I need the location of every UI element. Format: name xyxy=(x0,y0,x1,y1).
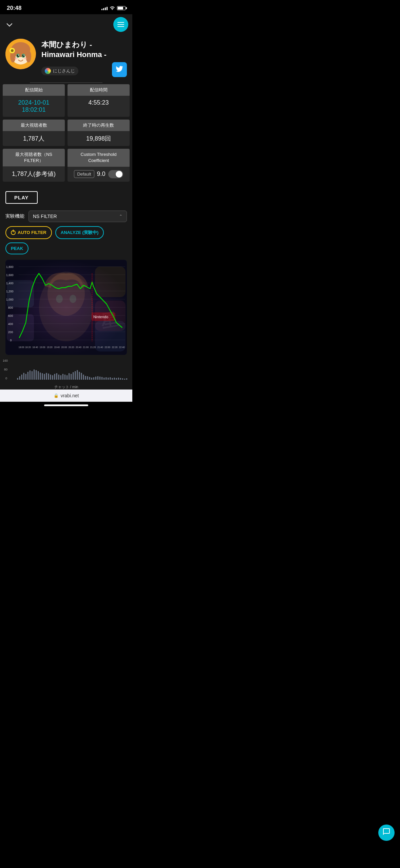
svg-rect-116 xyxy=(118,378,119,380)
svg-rect-98 xyxy=(81,373,82,380)
duration-value: 4:55:23 xyxy=(68,96,130,110)
auto-filter-button[interactable]: AUTO FILTER xyxy=(5,226,52,239)
org-badge: にじさんじ xyxy=(41,67,78,75)
exp-section: 実験機能 NS FILTER ⌃ AUTO FILTER ANALYZE (実験… xyxy=(0,208,132,258)
svg-rect-92 xyxy=(69,373,70,380)
svg-text:19:40: 19:40 xyxy=(54,346,60,348)
svg-text:21:00: 21:00 xyxy=(83,346,89,348)
svg-rect-67 xyxy=(17,378,18,380)
chat-chart-section: 160 80 0 xyxy=(0,356,132,390)
filter-select[interactable]: NS FILTER ⌃ xyxy=(28,211,127,222)
svg-text:800: 800 xyxy=(8,306,13,309)
svg-text:19:20: 19:20 xyxy=(47,346,53,348)
svg-text:1,000: 1,000 xyxy=(6,297,14,301)
stats-row-3: 最大視聴者数（NS FILTER） 1,787人(参考値) Custom Thr… xyxy=(3,149,130,181)
svg-rect-86 xyxy=(56,373,57,380)
chevron-icon: ⌃ xyxy=(119,214,122,219)
end-views-label: 終了時の再生数 xyxy=(68,120,130,131)
svg-rect-112 xyxy=(110,377,111,380)
svg-rect-81 xyxy=(46,373,47,380)
twitter-button[interactable] xyxy=(112,62,127,77)
svg-rect-93 xyxy=(71,374,72,380)
threshold-value-container: Default 9.0 xyxy=(68,167,130,182)
svg-rect-71 xyxy=(25,374,26,380)
svg-rect-117 xyxy=(120,378,121,380)
svg-text:21:20: 21:20 xyxy=(90,346,96,348)
exp-label: 実験機能 xyxy=(5,213,24,219)
org-name: にじさんじ xyxy=(53,68,75,74)
svg-rect-78 xyxy=(40,373,41,380)
chart-overlay: 1,800 1,600 1,400 1,200 1,000 800 600 40… xyxy=(5,260,127,355)
svg-rect-79 xyxy=(42,373,43,380)
stats-grid: 配信開始 2024-10-01 18:02:01 配信時間 4:55:23 最大… xyxy=(0,84,132,187)
svg-rect-101 xyxy=(87,376,88,380)
svg-rect-74 xyxy=(32,371,33,380)
svg-rect-94 xyxy=(73,372,74,380)
profile-info: 本間ひまわり - Himawari Honma - にじさんじ xyxy=(41,39,127,77)
chat-per-min-label: チャット / min xyxy=(3,383,130,390)
svg-rect-87 xyxy=(58,375,59,380)
svg-rect-77 xyxy=(38,371,39,380)
peak-button[interactable]: PEAK xyxy=(5,242,28,254)
svg-text:22:40: 22:40 xyxy=(119,346,125,348)
svg-text:19:00: 19:00 xyxy=(40,346,45,348)
svg-text:0: 0 xyxy=(5,377,7,380)
duration-card: 配信時間 4:55:23 xyxy=(68,84,130,117)
svg-point-10 xyxy=(23,55,24,56)
max-viewers-ns-value: 1,787人(参考値) xyxy=(3,166,65,181)
max-viewers-label: 最大視聴者数 xyxy=(3,120,65,131)
svg-text:1,800: 1,800 xyxy=(6,265,14,268)
home-bar xyxy=(44,404,88,406)
svg-text:1,400: 1,400 xyxy=(6,281,14,285)
svg-rect-104 xyxy=(93,377,94,380)
back-button[interactable] xyxy=(4,18,16,31)
svg-text:22:20: 22:20 xyxy=(112,346,117,348)
svg-point-12 xyxy=(11,49,14,52)
svg-rect-111 xyxy=(108,378,109,380)
svg-text:21:40: 21:40 xyxy=(97,346,103,348)
svg-point-14 xyxy=(24,57,27,59)
svg-point-4 xyxy=(26,50,31,62)
svg-text:18:40: 18:40 xyxy=(32,346,38,348)
chart-section: 星 Nintendo 1,800 xyxy=(0,258,132,356)
svg-rect-110 xyxy=(106,377,107,380)
menu-button[interactable] xyxy=(113,17,128,32)
analyze-button[interactable]: ANALYZE (実験中) xyxy=(55,226,104,239)
svg-rect-114 xyxy=(114,378,115,380)
svg-rect-106 xyxy=(97,376,98,380)
play-button[interactable]: PLAY xyxy=(5,191,38,204)
svg-text:200: 200 xyxy=(8,330,13,333)
svg-text:160: 160 xyxy=(3,359,8,362)
chevron-down-icon xyxy=(6,21,12,26)
viewer-chart-line xyxy=(19,273,122,338)
svg-rect-68 xyxy=(19,376,20,380)
svg-rect-105 xyxy=(95,377,96,380)
filter-select-container[interactable]: NS FILTER ⌃ xyxy=(28,211,127,222)
menu-icon xyxy=(117,22,124,23)
svg-rect-107 xyxy=(99,377,100,380)
svg-rect-91 xyxy=(66,375,68,380)
menu-icon xyxy=(117,26,124,27)
filter-option: NS FILTER xyxy=(33,214,57,219)
max-viewers-value: 1,787人 xyxy=(3,131,65,146)
svg-rect-73 xyxy=(30,370,31,380)
svg-text:18:20: 18:20 xyxy=(25,346,31,348)
stream-start-label: 配信開始 xyxy=(3,84,65,96)
max-viewers-card: 最大視聴者数 1,787人 xyxy=(3,120,65,146)
power-icon xyxy=(11,230,16,235)
svg-text:1,200: 1,200 xyxy=(6,289,14,293)
stats-row-2: 最大視聴者数 1,787人 終了時の再生数 19,898回 xyxy=(3,120,130,146)
status-time: 20:48 xyxy=(7,5,21,12)
threshold-toggle[interactable] xyxy=(108,170,123,178)
max-viewers-ns-label: 最大視聴者数（NS FILTER） xyxy=(3,149,65,166)
end-views-value: 19,898回 xyxy=(68,131,130,146)
twitter-icon xyxy=(116,65,123,74)
svg-rect-80 xyxy=(44,374,45,380)
svg-text:400: 400 xyxy=(8,322,13,325)
org-logo xyxy=(45,68,51,74)
svg-text:20:40: 20:40 xyxy=(76,346,81,348)
svg-rect-95 xyxy=(75,371,76,380)
svg-rect-85 xyxy=(54,374,55,380)
svg-rect-97 xyxy=(79,372,80,380)
main-chart: 星 Nintendo 1,800 xyxy=(5,260,127,355)
